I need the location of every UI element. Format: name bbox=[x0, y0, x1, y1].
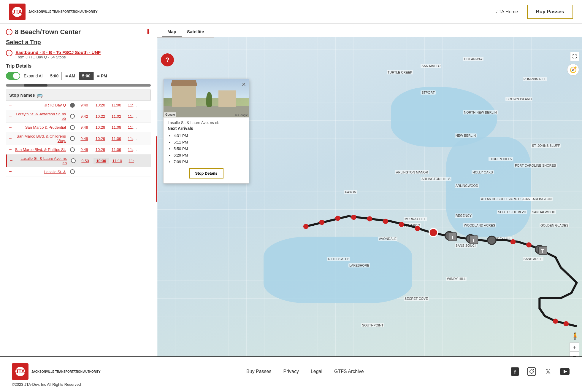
time-cell[interactable]: 10:30 bbox=[93, 158, 109, 164]
time-cells: 9:4910:2911:0911:… bbox=[77, 136, 140, 141]
stop-name-link[interactable]: San Marco Blvd. & Childrens Way. bbox=[17, 134, 66, 143]
table-row: −Forsyth St. & Jefferson St. ns eb9:4210… bbox=[6, 110, 151, 123]
popup-arrivals-title: Next Arrivals bbox=[168, 126, 245, 131]
time-cell[interactable]: 11:… bbox=[125, 114, 140, 119]
time-cell[interactable]: 9:49 bbox=[77, 147, 92, 152]
time-cell[interactable]: 11:… bbox=[125, 136, 140, 141]
youtube-icon[interactable] bbox=[559, 366, 570, 377]
stop-minus-button[interactable]: − bbox=[6, 103, 15, 108]
expand-all-toggle[interactable] bbox=[6, 72, 20, 80]
time-cell[interactable]: 10:20 bbox=[93, 102, 108, 108]
stop-name-link[interactable]: San Marco Blvd. & Phillips St. bbox=[15, 147, 66, 152]
footer-logo: JTA JACKSONVILLE TRANSPORTATION AUTHORIT… bbox=[12, 363, 101, 380]
time-cell[interactable]: 11:… bbox=[125, 125, 140, 130]
time-cell[interactable] bbox=[77, 171, 92, 172]
time-cell[interactable]: 11:… bbox=[125, 102, 140, 108]
footer-copyright: ©2023 JTA-Dev, Inc All Rights Reserved bbox=[12, 382, 570, 387]
time-cell[interactable]: 10:29 bbox=[93, 136, 108, 141]
time-cells: 9:5010:3011:1011:… bbox=[77, 158, 141, 164]
time-cell[interactable]: 11:… bbox=[125, 147, 140, 152]
table-row: −Lasalle St. & bbox=[6, 167, 151, 176]
compass-button[interactable]: 🧭 bbox=[567, 64, 579, 76]
instagram-icon[interactable] bbox=[526, 366, 537, 377]
tab-satellite[interactable]: Satellite bbox=[182, 27, 210, 37]
time-cell[interactable]: 11:08 bbox=[109, 125, 124, 130]
stop-name-link[interactable]: Lasalle St. & Laure Ave. ns eb bbox=[20, 156, 67, 165]
footer-gtfs-link[interactable]: GTFS Archive bbox=[334, 369, 364, 374]
buy-passes-button[interactable]: Buy Passes bbox=[527, 5, 573, 19]
time-cell[interactable]: 10:28 bbox=[93, 125, 108, 130]
time-cell[interactable] bbox=[125, 171, 140, 172]
stop-dot bbox=[70, 169, 75, 174]
time-cell[interactable]: 9:49 bbox=[77, 136, 92, 141]
stop-name-cell: Lasalle St. & bbox=[15, 170, 68, 174]
stop-minus-button[interactable]: − bbox=[6, 125, 15, 130]
time-cell[interactable]: 9:48 bbox=[77, 125, 92, 130]
popup-arrivals-list: 4:31 PM5:11 PM5:50 PM6:29 PM7:09 PM bbox=[168, 133, 245, 165]
popup-close-button[interactable]: ✕ bbox=[242, 81, 246, 88]
time-cell[interactable] bbox=[93, 171, 108, 172]
scroll-track[interactable] bbox=[6, 84, 151, 87]
stop-name-cell: JRTC Bay Q bbox=[15, 103, 68, 107]
tab-map[interactable]: Map bbox=[162, 27, 182, 37]
stop-dot bbox=[70, 136, 75, 141]
stop-minus-button[interactable]: − bbox=[6, 169, 15, 174]
logo-area: JTA JACKSONVILLE TRANSPORTATION AUTHORIT… bbox=[9, 4, 98, 20]
jta-home-link[interactable]: JTA Home bbox=[496, 9, 518, 15]
arrival-item: 6:29 PM bbox=[174, 152, 245, 159]
time-cell[interactable]: 9:50 bbox=[77, 158, 93, 164]
map-help-button[interactable]: ? bbox=[161, 53, 174, 66]
table-row: −JRTC Bay Q9:4010:2011:0011:… bbox=[6, 101, 151, 110]
zoom-in-button[interactable]: + bbox=[570, 342, 579, 352]
time-cell[interactable]: 11:09 bbox=[109, 147, 124, 152]
trip-option-text: Eastbound - 8 - B - To FSCJ South - UNF … bbox=[15, 50, 101, 59]
select-trip-title: Select a Trip bbox=[6, 39, 151, 46]
time-cell[interactable]: 9:40 bbox=[77, 102, 92, 108]
stop-name-cell: San Marco Blvd. & Phillips St. bbox=[15, 147, 68, 152]
time-cell[interactable] bbox=[109, 171, 124, 172]
zoom-out-button[interactable]: − bbox=[570, 351, 579, 356]
table-row: −San Marco Blvd. & Phillips St.9:4910:29… bbox=[6, 145, 151, 154]
sv-house2 bbox=[218, 90, 236, 107]
fullscreen-button[interactable]: ⛶ bbox=[570, 52, 579, 61]
stop-name-cell: Lasalle St. & Laure Ave. ns eb bbox=[16, 156, 69, 165]
time-cell[interactable]: 9:42 bbox=[77, 114, 92, 119]
time-cell[interactable]: 11:00 bbox=[109, 102, 124, 108]
expand-row: Expand All 5:00 = AM 5:00 = PM bbox=[6, 72, 151, 80]
main-layout: − 8 Beach/Town Center ⬇ Select a Trip − … bbox=[0, 24, 582, 356]
twitter-icon[interactable]: 𝕏 bbox=[543, 366, 554, 377]
time-cell[interactable]: 11:10 bbox=[110, 158, 125, 164]
stop-name-link[interactable]: San Marco & Prudential bbox=[25, 125, 66, 130]
collapse-trip-button[interactable]: − bbox=[6, 50, 12, 56]
footer-buy-passes-link[interactable]: Buy Passes bbox=[246, 369, 271, 374]
stop-details-button[interactable]: Stop Details bbox=[189, 168, 223, 179]
route-title: − 8 Beach/Town Center bbox=[6, 28, 81, 36]
stop-minus-button[interactable]: − bbox=[6, 147, 15, 152]
trip-direction[interactable]: Eastbound - 8 - B - To FSCJ South - UNF bbox=[15, 50, 101, 55]
stop-name-link[interactable]: Lasalle St. & bbox=[44, 170, 66, 174]
arrival-item: 5:50 PM bbox=[174, 146, 245, 152]
svg-point-32 bbox=[533, 369, 534, 370]
download-button[interactable]: ⬇ bbox=[145, 28, 151, 36]
footer-legal-link[interactable]: Legal bbox=[311, 369, 322, 374]
pm-time-box[interactable]: 5:00 bbox=[79, 72, 94, 80]
footer-privacy-link[interactable]: Privacy bbox=[283, 369, 299, 374]
facebook-icon[interactable]: f bbox=[510, 366, 520, 377]
stop-name-link[interactable]: JRTC Bay Q bbox=[44, 103, 66, 107]
street-view-person[interactable]: 🧍 bbox=[571, 332, 579, 340]
stop-minus-button[interactable]: − bbox=[6, 136, 15, 141]
svg-rect-30 bbox=[527, 367, 536, 376]
footer-social: f 𝕏 bbox=[510, 366, 570, 377]
stop-name-link[interactable]: Forsyth St. & Jefferson St. ns eb bbox=[16, 112, 66, 121]
time-cell[interactable]: 11:02 bbox=[109, 114, 124, 119]
time-cell[interactable]: 10:22 bbox=[93, 114, 108, 119]
am-time-box[interactable]: 5:00 bbox=[47, 72, 62, 80]
stop-minus-button[interactable]: − bbox=[6, 114, 15, 119]
popup-photo-label: Google bbox=[164, 112, 176, 117]
time-cell[interactable]: 11:09 bbox=[109, 136, 124, 141]
stop-minus-button[interactable]: − bbox=[7, 158, 16, 163]
time-cells: 9:4210:2211:0211:… bbox=[77, 114, 140, 119]
time-cell[interactable]: 10:29 bbox=[93, 147, 108, 152]
time-cell[interactable]: 11:… bbox=[126, 158, 141, 164]
collapse-route-button[interactable]: − bbox=[6, 29, 12, 35]
